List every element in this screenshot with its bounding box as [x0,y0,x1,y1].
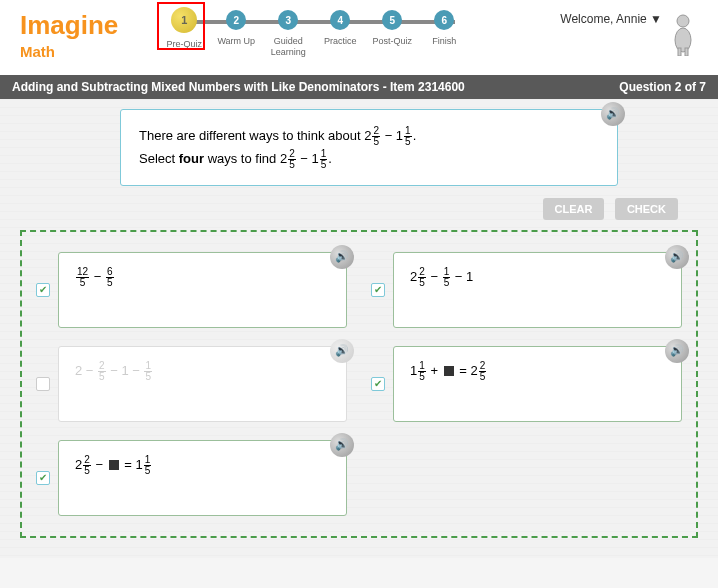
svg-point-0 [677,15,689,27]
question-number: Question 2 of 7 [619,80,706,94]
audio-icon[interactable]: 🔊 [601,102,625,126]
step-number: 4 [330,10,350,30]
answers-container: ✔ 🔊 125 − 65 ✔ 🔊 225 − 15 − 1 ✔ 🔊 2 − [20,230,698,538]
progress-bar: 1 Pre-Quiz 2 Warm Up 3 Guided Learning 4… [158,10,470,58]
avatar-icon [668,12,698,56]
item-title: Adding and Subtracting Mixed Numbers wit… [12,80,465,94]
step-label: Guided Learning [262,36,314,58]
step-label: Post-Quiz [366,36,418,47]
answer-card-c[interactable]: 🔊 2 − 25 − 1 − 15 [58,346,347,422]
answer-card-b[interactable]: 🔊 225 − 15 − 1 [393,252,682,328]
question-line-2: Select four ways to find 225 − 115. [139,147,599,170]
step-label: Practice [314,36,366,47]
svg-rect-3 [685,48,688,56]
welcome-menu[interactable]: Welcome, Annie ▼ [560,10,698,56]
step-warm-up[interactable]: 2 Warm Up [210,10,262,47]
checkbox-a[interactable]: ✔ [36,283,50,297]
action-buttons: CLEAR CHECK [20,198,678,220]
answer-cell-b: ✔ 🔊 225 − 15 − 1 [371,252,682,328]
highlight-box [157,2,205,50]
step-guided-learning[interactable]: 3 Guided Learning [262,10,314,58]
svg-point-1 [675,28,691,52]
answer-card-d[interactable]: 🔊 115 + = 225 [393,346,682,422]
step-number: 6 [434,10,454,30]
answer-cell-d: ✔ 🔊 115 + = 225 [371,346,682,422]
header: Imagine Math 1 Pre-Quiz 2 Warm Up 3 Guid… [0,0,718,75]
question-box: 🔊 There are different ways to think abou… [120,109,618,186]
title-bar: Adding and Subtracting Mixed Numbers wit… [0,75,718,99]
audio-icon: 🔊 [330,339,354,363]
logo: Imagine Math [20,10,118,60]
answer-card-a[interactable]: 🔊 125 − 65 [58,252,347,328]
answer-cell-e: ✔ 🔊 225 − = 115 [36,440,347,516]
audio-icon[interactable]: 🔊 [665,245,689,269]
step-pre-quiz[interactable]: 1 Pre-Quiz [158,10,210,50]
audio-icon[interactable]: 🔊 [665,339,689,363]
audio-icon[interactable]: 🔊 [330,245,354,269]
svg-rect-2 [678,48,681,56]
check-button[interactable]: CHECK [615,198,678,220]
clear-button[interactable]: CLEAR [543,198,605,220]
answer-cell-c: ✔ 🔊 2 − 25 − 1 − 15 [36,346,347,422]
welcome-text: Welcome, Annie ▼ [560,12,662,26]
checkbox-d[interactable]: ✔ [371,377,385,391]
step-finish[interactable]: 6 Finish [418,10,470,47]
step-number: 5 [382,10,402,30]
checkbox-e[interactable]: ✔ [36,471,50,485]
step-number: 2 [226,10,246,30]
step-practice[interactable]: 4 Practice [314,10,366,47]
checkbox-b[interactable]: ✔ [371,283,385,297]
step-label: Warm Up [210,36,262,47]
step-post-quiz[interactable]: 5 Post-Quiz [366,10,418,47]
main-content: 🔊 There are different ways to think abou… [0,99,718,558]
answer-card-e[interactable]: 🔊 225 − = 115 [58,440,347,516]
logo-top: Imagine [20,10,118,40]
step-label: Finish [418,36,470,47]
audio-icon[interactable]: 🔊 [330,433,354,457]
checkbox-c[interactable]: ✔ [36,377,50,391]
question-line-1: There are different ways to think about … [139,124,599,147]
logo-bottom: Math [20,43,118,60]
answer-cell-a: ✔ 🔊 125 − 65 [36,252,347,328]
blank-icon [444,366,454,376]
blank-icon [109,460,119,470]
step-number: 3 [278,10,298,30]
